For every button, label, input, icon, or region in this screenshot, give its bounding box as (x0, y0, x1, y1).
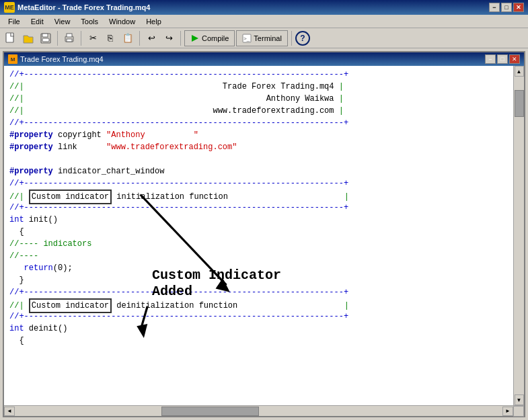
close-button[interactable]: ✕ (513, 3, 524, 12)
help-button[interactable]: ? (295, 31, 310, 46)
svg-rect-2 (42, 34, 48, 37)
doc-close[interactable]: ✕ (509, 54, 520, 64)
svg-rect-6 (67, 39, 72, 42)
separator-5 (291, 31, 292, 46)
scrollbar-thumb[interactable] (515, 90, 524, 117)
h-scroll-thumb[interactable] (161, 407, 259, 416)
code-line: int deinit() (9, 323, 508, 335)
separator-3 (139, 31, 140, 46)
code-line: //---- (9, 250, 508, 262)
doc-maximize[interactable]: □ (497, 54, 508, 64)
terminal-button[interactable]: >_ Terminal (236, 30, 288, 46)
code-line: //---- indicators (9, 238, 508, 250)
separator-4 (180, 31, 181, 46)
minimize-button[interactable]: − (489, 3, 500, 12)
menu-tools[interactable]: Tools (75, 16, 104, 27)
code-line: #property indicator_chart_window (9, 165, 508, 177)
scroll-left-arrow[interactable]: ◄ (4, 407, 15, 416)
menu-bar: File Edit View Tools Window Help (0, 15, 528, 28)
title-bar: ME MetaEditor - Trade Forex Trading.mq4 … (0, 0, 528, 15)
code-line: //+-------------------------------------… (9, 202, 508, 214)
separator-1 (57, 31, 58, 46)
scroll-right-arrow[interactable]: ► (502, 407, 513, 416)
separator-2 (81, 31, 81, 46)
title-buttons: − □ ✕ (489, 3, 524, 12)
code-line: int init() (9, 214, 508, 226)
scroll-track[interactable] (15, 407, 502, 416)
print-button[interactable] (61, 30, 77, 46)
cut-button[interactable]: ✂ (85, 30, 101, 46)
menu-edit[interactable]: Edit (26, 16, 49, 27)
code-line: //| www.tradeforextrading.com | (9, 105, 508, 117)
code-line-deinit-comment: //| Custom indicator deinitialization fu… (9, 298, 508, 310)
code-line: { (9, 226, 508, 238)
code-line-init-comment: //| Custom indicator initialization func… (9, 190, 508, 202)
svg-rect-5 (67, 34, 72, 37)
toolbar: ✂ ⎘ 📋 ↩ ↪ Compile >_ Terminal ? (0, 28, 528, 48)
doc-minimize[interactable]: − (485, 54, 496, 64)
vertical-scrollbar[interactable]: ▲ ▼ (513, 66, 524, 405)
code-line (9, 153, 508, 165)
code-line: //+-------------------------------------… (9, 117, 508, 129)
code-line: //| Anthony Waikwa | (9, 93, 508, 105)
maximize-button[interactable]: □ (501, 3, 512, 12)
save-file-button[interactable] (38, 30, 54, 46)
compile-button[interactable]: Compile (184, 30, 235, 46)
scroll-resize-grip (513, 406, 524, 417)
code-line: //+-------------------------------------… (9, 177, 508, 190)
doc-title: Trade Forex Trading.mq4 (20, 55, 485, 63)
code-line: //+-------------------------------------… (9, 310, 508, 323)
svg-rect-0 (6, 33, 13, 42)
new-file-button[interactable] (3, 30, 19, 46)
open-file-button[interactable] (20, 30, 36, 46)
doc-title-buttons: − □ ✕ (485, 54, 520, 64)
svg-marker-7 (192, 35, 198, 42)
doc-title-bar: M Trade Forex Trading.mq4 − □ ✕ (4, 52, 524, 66)
code-container: //+-------------------------------------… (4, 66, 524, 405)
menu-help[interactable]: Help (141, 16, 167, 27)
main-area: M Trade Forex Trading.mq4 − □ ✕ //+-----… (0, 48, 528, 420)
code-line: { (9, 335, 508, 347)
scroll-down-arrow[interactable]: ▼ (515, 394, 524, 405)
code-line: //| Trade Forex Trading.mq4 | (9, 81, 508, 93)
copy-button[interactable]: ⎘ (102, 30, 118, 46)
code-line: #property copyright "Anthony " (9, 129, 508, 141)
scroll-up-arrow[interactable]: ▲ (515, 66, 524, 77)
undo-button[interactable]: ↩ (143, 30, 159, 46)
code-line: #property link "www.tradeforextrading.co… (9, 141, 508, 153)
doc-icon: M (8, 54, 17, 64)
redo-button[interactable]: ↪ (161, 30, 177, 46)
document-window: M Trade Forex Trading.mq4 − □ ✕ //+-----… (3, 51, 525, 417)
app-title: MetaEditor - Trade Forex Trading.mq4 (17, 3, 489, 11)
paste-button[interactable]: 📋 (120, 30, 136, 46)
code-editor[interactable]: //+-------------------------------------… (4, 66, 513, 405)
svg-rect-3 (42, 38, 49, 42)
menu-window[interactable]: Window (104, 16, 141, 27)
horizontal-scrollbar[interactable]: ◄ ► (4, 405, 524, 416)
menu-file[interactable]: File (3, 16, 26, 27)
custom-indicator-annotation: Custom Indicator Added (152, 267, 281, 300)
app-icon: ME (4, 2, 15, 13)
svg-text:>_: >_ (243, 36, 250, 42)
menu-view[interactable]: View (49, 16, 76, 27)
code-line: //+-------------------------------------… (9, 69, 508, 81)
